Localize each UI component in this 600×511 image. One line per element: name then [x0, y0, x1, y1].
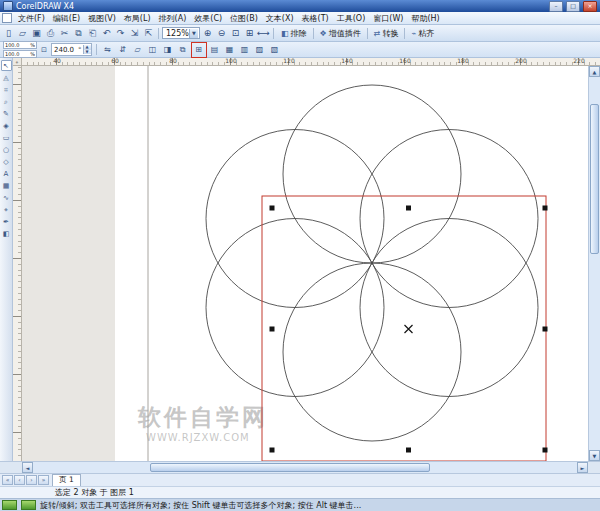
scale-x-field[interactable]: 100.0 %	[3, 41, 37, 49]
scroll-left-button[interactable]: ◄	[22, 462, 33, 473]
zoom-level-value: 125%	[166, 29, 189, 38]
zoom-in-icon[interactable]: ⊕	[201, 27, 214, 40]
zoom-selected-icon[interactable]: ⊡	[229, 27, 242, 40]
menu-item-tools[interactable]: 工具(O)	[333, 13, 370, 24]
next-page-button[interactable]: ›	[26, 475, 37, 485]
selection-handle-2[interactable]	[406, 206, 411, 211]
last-page-button[interactable]: »	[38, 475, 49, 485]
save-icon[interactable]: ▣	[30, 27, 43, 40]
vertical-scroll-thumb[interactable]	[590, 104, 599, 254]
eyedropper-tool[interactable]: ⌖	[1, 204, 12, 215]
fill-tool[interactable]: ◧	[1, 228, 12, 239]
ungroup-icon[interactable]: ▥	[238, 43, 252, 57]
selection-center-mark[interactable]	[405, 325, 413, 333]
selection-handle-3[interactable]	[543, 206, 548, 211]
intersect-icon[interactable]: ⧉	[176, 43, 190, 57]
scroll-up-button[interactable]: ▲	[589, 66, 600, 77]
exclude-label: 排除	[291, 28, 307, 39]
thumbnail-icon-2	[21, 500, 36, 510]
zoom-out-icon[interactable]: ⊖	[215, 27, 228, 40]
apply-to-duplicate-icon[interactable]: ⊞	[191, 42, 207, 58]
menu-item-view[interactable]: 视图(V)	[84, 13, 120, 24]
interactive-tool[interactable]: ∿	[1, 192, 12, 203]
menu-item-table[interactable]: 表格(T)	[298, 13, 333, 24]
undo-icon[interactable]: ↶	[100, 27, 113, 40]
snap-button[interactable]: ⌁粘齐	[407, 26, 438, 41]
menu-item-effects[interactable]: 效果(C)	[190, 13, 226, 24]
vertical-scrollbar[interactable]: ▲ ▼	[588, 66, 600, 461]
menu-item-bitmaps[interactable]: 位图(B)	[226, 13, 262, 24]
scroll-down-button[interactable]: ▼	[589, 450, 600, 461]
convert-button[interactable]: ⇄转换	[370, 26, 403, 41]
vertical-ruler[interactable]	[13, 66, 22, 461]
lock-ratio-icon[interactable]: ⊡	[39, 44, 49, 56]
zoom-width-icon[interactable]: ⟷	[257, 27, 270, 40]
export-icon[interactable]: ⇱	[142, 27, 155, 40]
rotation-angle-field[interactable]: 240.0 ° ▲▼	[51, 43, 92, 56]
zoom-level-combo[interactable]: 125% ▼	[162, 27, 200, 39]
open-icon[interactable]: ▱	[16, 27, 29, 40]
minimize-button[interactable]: –	[549, 1, 563, 12]
ruler-origin-button[interactable]: ⌖	[13, 58, 22, 66]
weld-icon[interactable]: ◫	[146, 43, 160, 57]
shape-tool[interactable]: ◬	[1, 72, 12, 83]
menu-item-help[interactable]: 帮助(H)	[407, 13, 443, 24]
scale-y-field[interactable]: 100.0 %	[3, 50, 37, 58]
ellipse-tool[interactable]: ○	[1, 144, 12, 155]
selection-handle-6[interactable]	[270, 448, 275, 453]
scroll-right-button[interactable]: ►	[577, 462, 588, 473]
horizontal-scroll-thumb[interactable]	[150, 463, 430, 472]
rotation-spinner[interactable]: ▲▼	[83, 45, 91, 54]
freehand-tool[interactable]: ✎	[1, 108, 12, 119]
selection-handle-5[interactable]	[543, 327, 548, 332]
pick-tool[interactable]: ↖	[1, 60, 12, 71]
paste-icon[interactable]: ⎗	[86, 27, 99, 40]
text-tool[interactable]: A	[1, 168, 12, 179]
polygon-tool[interactable]: ◇	[1, 156, 12, 167]
combine-icon[interactable]: ▤	[208, 43, 222, 57]
selection-handle-8[interactable]	[543, 448, 548, 453]
table-tool[interactable]: ▦	[1, 180, 12, 191]
prev-page-button[interactable]: ‹	[14, 475, 25, 485]
title-bar[interactable]: CorelDRAW X4 – □ ×	[0, 0, 600, 12]
mirror-vertical-icon[interactable]: ⇵	[116, 43, 130, 57]
crop-tool[interactable]: ⌗	[1, 84, 12, 95]
import-icon[interactable]: ⇲	[128, 27, 141, 40]
menu-item-file[interactable]: 文件(F)	[14, 13, 49, 24]
selection-handle-1[interactable]	[270, 206, 275, 211]
maximize-button[interactable]: □	[566, 1, 580, 12]
order-icon[interactable]: ▨	[253, 43, 267, 57]
menu-item-edit[interactable]: 编辑(E)	[49, 13, 84, 24]
menu-item-text[interactable]: 文本(X)	[262, 13, 298, 24]
zoom-tool[interactable]: ⌕	[1, 96, 12, 107]
horizontal-scrollbar[interactable]: ◄ ►	[22, 461, 588, 473]
smart-fill-tool[interactable]: ◈	[1, 120, 12, 131]
mirror-horizontal-icon[interactable]: ⇋	[101, 43, 115, 57]
print-icon[interactable]: ⎙	[44, 27, 57, 40]
menu-item-layout[interactable]: 布局(L)	[120, 13, 155, 24]
align-icon[interactable]: ▧	[268, 43, 282, 57]
new-icon[interactable]: ▯	[2, 27, 15, 40]
rectangle-tool[interactable]: ▭	[1, 132, 12, 143]
zoom-page-icon[interactable]: ⊞	[243, 27, 256, 40]
trim-icon[interactable]: ◨	[161, 43, 175, 57]
exclude-button[interactable]: ◧排除	[277, 26, 311, 41]
cut-icon[interactable]: ✂	[58, 27, 71, 40]
separator	[313, 28, 314, 39]
menu-item-window[interactable]: 窗口(W)	[369, 13, 407, 24]
menu-item-arrange[interactable]: 排列(A)	[155, 13, 191, 24]
outline-tool[interactable]: ✒	[1, 216, 12, 227]
snap-label: 粘齐	[418, 28, 434, 39]
horizontal-ruler[interactable]: 406080100120140160180200220	[22, 58, 600, 66]
to-curve-icon[interactable]: ▱	[131, 43, 145, 57]
group-icon[interactable]: ▦	[223, 43, 237, 57]
drawing-svg[interactable]	[22, 66, 588, 461]
page-tab[interactable]: 页 1	[52, 474, 81, 487]
close-button[interactable]: ×	[583, 1, 597, 12]
copy-icon[interactable]: ⧉	[72, 27, 85, 40]
selection-handle-7[interactable]	[406, 448, 411, 453]
first-page-button[interactable]: «	[2, 475, 13, 485]
redo-icon[interactable]: ↷	[114, 27, 127, 40]
selection-handle-4[interactable]	[270, 327, 275, 332]
plugins-button[interactable]: ❖增值插件	[316, 26, 365, 41]
